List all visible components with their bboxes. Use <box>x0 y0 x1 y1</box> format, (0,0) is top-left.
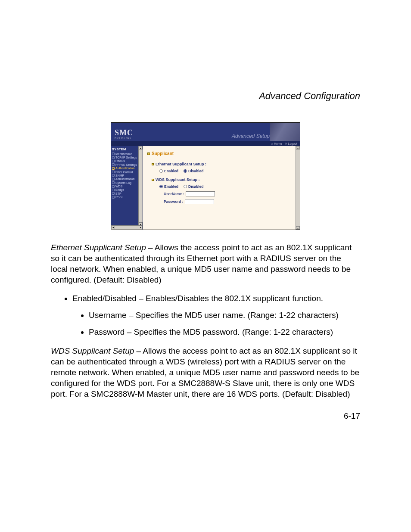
ethernet-supplicant-label: Ethernet Supplicant Setup : <box>156 162 206 166</box>
sidebar-item-label: Filter Control <box>115 171 133 174</box>
scroll-up-icon[interactable]: ▴ <box>139 146 143 149</box>
username-input[interactable] <box>186 191 215 196</box>
bullet-icon <box>112 192 115 195</box>
wds-disabled-label: Disabled <box>188 184 203 189</box>
eth-enabled-radio[interactable] <box>159 169 163 173</box>
supplicant-heading: Supplicant <box>147 151 296 156</box>
router-screenshot: SMC Networks Advanced Setup ⌂Home ✕Logou… <box>111 122 300 230</box>
bullet-icon <box>112 185 115 188</box>
scroll-right-icon[interactable]: ▸ <box>139 226 143 229</box>
sidebar-item-label: System Log <box>115 181 131 184</box>
wds-disabled-option[interactable]: Disabled <box>184 184 203 189</box>
sidebar-vertical-scrollbar[interactable]: ▴ ▾ <box>138 146 143 226</box>
outer-list: Enabled/Disabled – Enables/Disables the … <box>51 293 360 337</box>
supplicant-heading-label: Supplicant <box>152 151 174 156</box>
bullet-icon <box>112 181 115 184</box>
eth-disabled-option[interactable]: Disabled <box>184 169 203 173</box>
para-lead-em: WDS Supplicant Setup <box>51 346 134 355</box>
wds-supplicant-heading: WDS Supplicant Setup : <box>152 177 296 182</box>
sidebar-item-rssi[interactable]: RSSI <box>112 196 137 199</box>
square-bullet-icon <box>147 152 150 155</box>
logout-link[interactable]: ✕Logout <box>285 142 297 146</box>
inner-list: Username – Specifies the MD5 user name. … <box>72 310 360 337</box>
sidebar-item-label: PPPoE Settings <box>115 163 137 166</box>
password-input[interactable] <box>185 199 214 204</box>
sidebar-item-label: Administration <box>115 177 134 180</box>
bullet-icon <box>112 160 115 162</box>
eth-enabled-label: Enabled <box>164 169 178 173</box>
eth-disabled-radio[interactable] <box>184 169 187 173</box>
ethernet-supplicant-heading: Ethernet Supplicant Setup : <box>152 162 296 166</box>
logo: SMC Networks <box>111 127 137 141</box>
list-item-text: Username – Specifies the MD5 user name. … <box>89 311 339 320</box>
list-item-text: Enabled/Disabled – Enables/Disables the … <box>72 294 323 303</box>
section-title: Advanced Configuration <box>51 90 360 102</box>
bullet-icon <box>112 189 115 191</box>
sidebar-item-filter[interactable]: Filter Control <box>112 170 137 174</box>
username-label: UserName : <box>164 192 184 196</box>
bullet-icon <box>112 196 115 199</box>
sidebar-item-administration[interactable]: Administration <box>112 177 137 181</box>
scroll-up-icon[interactable]: ▴ <box>296 146 300 149</box>
bullet-icon <box>112 163 115 166</box>
bullet-icon <box>112 156 115 159</box>
wds-disabled-radio[interactable] <box>184 185 187 188</box>
screenshot-header: SMC Networks Advanced Setup <box>111 123 300 141</box>
content-vertical-scrollbar[interactable]: ▴ ▾ <box>296 146 300 230</box>
sidebar-item-tcpip[interactable]: TCP/IP Settings <box>112 156 137 159</box>
username-row: UserName : <box>164 191 296 196</box>
bullet-icon <box>112 178 115 180</box>
content-pane: Supplicant Ethernet Supplicant Setup : E… <box>143 146 300 230</box>
scroll-down-icon[interactable]: ▾ <box>296 226 300 230</box>
sidebar-horizontal-scrollbar[interactable]: ◂ ▸ <box>111 225 143 230</box>
sidebar-item-pppoe[interactable]: PPPoE Settings <box>112 163 137 166</box>
sidebar-item-radius[interactable]: Radius <box>112 159 137 163</box>
logo-subtext: Networks <box>115 137 133 139</box>
sidebar-item-stp[interactable]: STP <box>112 192 137 195</box>
sidebar: SYSTEM Identification TCP/IP Settings Ra… <box>111 146 143 230</box>
logout-icon: ✕ <box>285 142 287 146</box>
sidebar-item-bridge[interactable]: Bridge <box>112 188 137 192</box>
wds-radio-group: Enabled Disabled <box>159 184 296 189</box>
square-bullet-icon <box>152 163 154 165</box>
logout-label: Logout <box>288 142 297 145</box>
sidebar-item-snmp[interactable]: SNMP <box>112 174 137 177</box>
header-decoration <box>270 123 300 141</box>
sidebar-item-label: Identification <box>115 152 132 156</box>
eth-enabled-option[interactable]: Enabled <box>159 169 178 173</box>
scroll-left-icon[interactable]: ◂ <box>111 226 115 229</box>
paragraph-wds-supplicant: WDS Supplicant Setup – Allows the access… <box>51 345 360 399</box>
list-item: Enabled/Disabled – Enables/Disables the … <box>72 293 360 337</box>
para-lead-em: Ethernet Supplicant Setup <box>51 243 146 252</box>
sidebar-item-label: RSSI <box>115 196 122 199</box>
home-label: Home <box>274 142 282 145</box>
bullet-icon <box>112 174 115 177</box>
sidebar-item-label: WDS <box>115 185 122 188</box>
wds-enabled-label: Enabled <box>164 184 178 189</box>
sidebar-item-identification[interactable]: Identification <box>112 152 137 156</box>
list-item: Username – Specifies the MD5 user name. … <box>89 310 360 320</box>
home-link[interactable]: ⌂Home <box>271 142 282 145</box>
list-item-text: Password – Specifies the MD5 password. (… <box>89 327 333 336</box>
sidebar-item-systemlog[interactable]: System Log <box>112 181 137 184</box>
eth-disabled-label: Disabled <box>188 169 203 173</box>
square-bullet-icon <box>152 179 154 181</box>
sidebar-item-label: Radius <box>115 159 125 162</box>
sidebar-item-label: Authentication <box>115 167 134 170</box>
sidebar-item-label: SNMP <box>115 174 124 177</box>
password-label: Password : <box>164 199 183 204</box>
logo-text: SMC <box>115 128 133 137</box>
wds-enabled-option[interactable]: Enabled <box>159 184 178 189</box>
bullet-icon <box>112 152 115 155</box>
sidebar-heading: SYSTEM <box>112 147 137 152</box>
home-icon: ⌂ <box>271 142 273 145</box>
paragraph-ethernet-supplicant: Ethernet Supplicant Setup – Allows the a… <box>51 242 360 285</box>
password-row: Password : <box>164 199 296 204</box>
sidebar-item-wds[interactable]: WDS <box>112 184 137 188</box>
sidebar-item-authentication[interactable]: Authentication <box>112 167 137 170</box>
wds-enabled-radio[interactable] <box>159 185 163 188</box>
bullet-icon <box>112 167 115 170</box>
bullet-icon <box>112 171 115 173</box>
wds-supplicant-label: WDS Supplicant Setup : <box>156 177 200 182</box>
top-links: ⌂Home ✕Logout <box>111 141 300 146</box>
